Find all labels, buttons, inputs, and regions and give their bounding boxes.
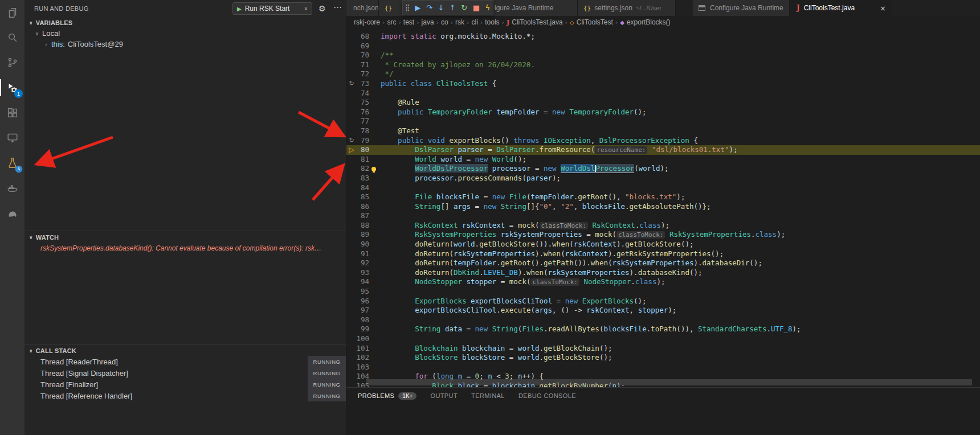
- code-text[interactable]: WorldDslProcessor processor = new WorldD…: [378, 164, 980, 174]
- glyph-margin[interactable]: [348, 60, 356, 70]
- hot-code-replace-icon[interactable]: ϟ: [485, 4, 491, 11]
- call-stack-thread-row[interactable]: Thread [ReaderThread]RUNNING: [24, 356, 346, 367]
- line-number[interactable]: 87: [356, 211, 369, 221]
- variables-scope-local[interactable]: ∨ Local: [24, 28, 346, 39]
- code-line-76[interactable]: 76 public TemporaryFolder tempFolder = n…: [346, 108, 980, 117]
- remote-explorer-icon[interactable]: [0, 125, 24, 150]
- lightbulb-icon[interactable]: [371, 167, 376, 171]
- breadcrumb-item[interactable]: java: [422, 18, 434, 26]
- close-icon[interactable]: ×: [875, 4, 886, 13]
- line-number[interactable]: 84: [356, 183, 369, 193]
- editor-tab-Configure Java Runtime[interactable]: Configure Java Runtime: [693, 0, 790, 16]
- code-line-73[interactable]: ↻73public class CliToolsTest {: [346, 79, 980, 89]
- call-stack-thread-row[interactable]: Thread [Reference Handler]RUNNING: [24, 390, 346, 401]
- code-text[interactable]: BlockStore blockStore = world.getBlockSt…: [378, 353, 980, 363]
- code-text[interactable]: [378, 117, 980, 126]
- glyph-margin[interactable]: [348, 363, 356, 372]
- glyph-margin[interactable]: [348, 42, 356, 51]
- glyph-margin[interactable]: [348, 126, 356, 136]
- glyph-margin[interactable]: [348, 249, 356, 259]
- glyph-margin[interactable]: [348, 117, 356, 126]
- code-text[interactable]: processor.processCommands(parser);: [378, 174, 980, 183]
- line-number[interactable]: 75: [356, 98, 369, 108]
- line-number[interactable]: 95: [356, 287, 369, 297]
- line-number[interactable]: 80: [356, 145, 369, 155]
- code-text[interactable]: * Created by ajlopez on 26/04/2020.: [378, 60, 980, 70]
- panel-tab-output[interactable]: OUTPUT: [430, 392, 458, 399]
- code-text[interactable]: String data = new String(Files.readAllBy…: [378, 325, 980, 334]
- code-line-71[interactable]: 71 * Created by ajlopez on 26/04/2020.: [346, 60, 980, 70]
- breadcrumb-item[interactable]: test: [403, 18, 414, 26]
- line-number[interactable]: 85: [356, 192, 369, 202]
- code-line-101[interactable]: 101 Blockchain blockchain = world.getBlo…: [346, 344, 980, 354]
- glyph-margin[interactable]: [348, 98, 356, 108]
- source-control-icon[interactable]: [0, 50, 24, 75]
- line-number[interactable]: 83: [356, 174, 369, 183]
- code-line-81[interactable]: 81 World world = new World();: [346, 155, 980, 165]
- glyph-margin[interactable]: [348, 287, 356, 297]
- code-line-89[interactable]: 89 RskSystemProperties rskSystemProperti…: [346, 230, 980, 240]
- code-text[interactable]: [378, 363, 980, 372]
- line-number[interactable]: 74: [356, 89, 369, 99]
- glyph-margin[interactable]: [348, 211, 356, 221]
- line-number[interactable]: 76: [356, 108, 369, 117]
- breadcrumb-item[interactable]: ◇CliToolsTest: [570, 18, 613, 26]
- code-line-79[interactable]: ↻79 public void exportBlocks() throws IO…: [346, 136, 980, 146]
- code-text[interactable]: import static org.mockito.Mockito.*;: [378, 32, 980, 42]
- glyph-margin[interactable]: [348, 164, 356, 174]
- breadcrumb-item[interactable]: tools: [485, 18, 499, 26]
- code-text[interactable]: doReturn(tempFolder.getRoot().getPath())…: [378, 258, 980, 268]
- continue-icon[interactable]: ▶: [415, 4, 420, 11]
- line-number[interactable]: 100: [356, 334, 369, 344]
- glyph-margin[interactable]: [348, 192, 356, 202]
- line-number[interactable]: 89: [356, 230, 369, 240]
- line-number[interactable]: 69: [356, 42, 369, 51]
- code-text[interactable]: [378, 211, 980, 221]
- code-line-83[interactable]: 83 processor.processCommands(parser);: [346, 174, 980, 183]
- line-number[interactable]: 82: [356, 164, 369, 174]
- code-text[interactable]: public void exportBlocks() throws IOExce…: [378, 136, 980, 146]
- code-line-103[interactable]: 103: [346, 363, 980, 372]
- code-line-74[interactable]: 74: [346, 89, 980, 99]
- drag-handle[interactable]: [406, 4, 410, 11]
- code-line-102[interactable]: 102 BlockStore blockStore = world.getBlo…: [346, 353, 980, 363]
- code-text[interactable]: @Test: [378, 126, 980, 136]
- code-line-98[interactable]: 98: [346, 315, 980, 325]
- line-number[interactable]: 71: [356, 60, 369, 70]
- watch-expression[interactable]: rskSystemProperties.databaseKind(): Cann…: [24, 243, 346, 253]
- code-text[interactable]: [378, 183, 980, 193]
- code-line-99[interactable]: 99 String data = new String(Files.readAl…: [346, 325, 980, 334]
- breadcrumb-item[interactable]: JCliToolsTest.java: [507, 18, 563, 26]
- line-number[interactable]: 102: [356, 353, 369, 363]
- code-line-72[interactable]: 72 */: [346, 69, 980, 79]
- testing-icon[interactable]: [0, 150, 24, 175]
- restart-frame-icon[interactable]: ↻: [348, 136, 356, 146]
- code-text[interactable]: @Rule: [378, 98, 980, 108]
- step-out-icon[interactable]: ↑: [450, 4, 456, 11]
- glyph-margin[interactable]: [348, 344, 356, 354]
- code-line-90[interactable]: 90 doReturn(world.getBlockStore()).when(…: [346, 240, 980, 249]
- call-stack-section-header[interactable]: ∨ CALL STACK: [24, 346, 346, 356]
- code-line-97[interactable]: 97 exportBlocksCliTool.execute(args, () …: [346, 306, 980, 315]
- code-line-93[interactable]: 93 doReturn(DbKind.LEVEL_DB).when(rskSys…: [346, 268, 980, 278]
- line-number[interactable]: 77: [356, 117, 369, 126]
- code-text[interactable]: doReturn(DbKind.LEVEL_DB).when(rskSystem…: [378, 268, 980, 278]
- code-text[interactable]: RskSystemProperties rskSystemProperties …: [378, 230, 980, 240]
- editor-tab-CliToolsTest.java[interactable]: JCliToolsTest.java×: [791, 0, 892, 16]
- breadcrumb-item[interactable]: cli: [472, 18, 478, 26]
- breadcrumb-item[interactable]: co: [441, 18, 448, 26]
- explorer-icon[interactable]: [0, 0, 24, 25]
- line-number[interactable]: 72: [356, 69, 369, 79]
- more-actions-icon[interactable]: ⋯: [333, 2, 342, 13]
- code-text[interactable]: exportBlocksCliTool.execute(args, () -> …: [378, 306, 980, 315]
- editor-tab-icon[interactable]: {}: [379, 0, 406, 16]
- code-line-77[interactable]: 77: [346, 117, 980, 126]
- glyph-margin[interactable]: [348, 315, 356, 325]
- step-over-icon[interactable]: ↷: [426, 4, 432, 11]
- call-stack-thread-row[interactable]: Thread [Signal Dispatcher]RUNNING: [24, 367, 346, 379]
- restart-icon[interactable]: ↻: [461, 4, 467, 11]
- code-text[interactable]: File blocksFile = new File(tempFolder.ge…: [378, 192, 980, 202]
- gradle-icon[interactable]: [0, 200, 24, 225]
- code-line-68[interactable]: 68import static org.mockito.Mockito.*;: [346, 32, 980, 42]
- step-into-icon[interactable]: ↓: [438, 4, 444, 11]
